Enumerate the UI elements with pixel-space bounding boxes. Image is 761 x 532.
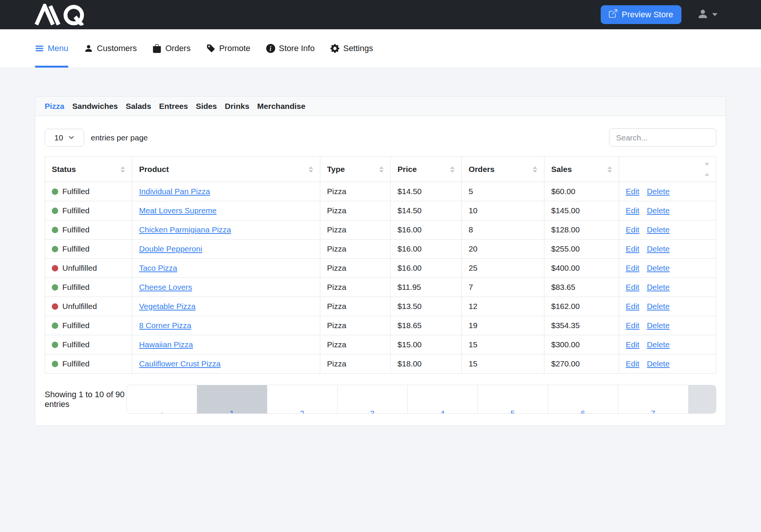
brand-logo[interactable]: [34, 4, 95, 26]
nav-label: Orders: [165, 44, 190, 53]
cell-sales: $400.00: [544, 259, 619, 278]
nav-item-promote[interactable]: Promote: [206, 29, 250, 68]
nav-item-orders[interactable]: Orders: [152, 29, 190, 68]
product-link[interactable]: 8 Corner Pizza: [139, 321, 191, 330]
shopping-bag-icon: [152, 44, 161, 53]
hamburger-icon: [35, 44, 44, 53]
search-input[interactable]: [609, 128, 716, 147]
cell-sales: $300.00: [544, 335, 619, 354]
table-footer: Showing 1 to 10 of 90 entries ‹ 1 2 3 4 …: [45, 385, 716, 414]
table-row: Fulfilled Cauliflower Crust Pizza Pizza …: [45, 354, 716, 374]
main-nav: Menu Customers Orders Promote: [0, 29, 761, 68]
cell-sales: $255.00: [544, 240, 619, 259]
entries-per-page-select[interactable]: 10: [45, 129, 84, 147]
cell-status: Fulfilled: [45, 354, 132, 374]
tab-drinks[interactable]: Drinks: [225, 102, 249, 111]
cell-price: $16.00: [390, 259, 462, 278]
nav-item-store-info[interactable]: Store Info: [266, 29, 315, 68]
cell-price: $14.50: [390, 182, 462, 201]
pagination-page-1[interactable]: 1: [197, 385, 267, 413]
product-link[interactable]: Individual Pan Pizza: [139, 187, 210, 196]
status-label: Fulfilled: [62, 206, 89, 215]
delete-link[interactable]: Delete: [647, 359, 670, 368]
column-header-actions[interactable]: [619, 157, 716, 182]
cell-actions: EditDelete: [619, 354, 716, 374]
edit-link[interactable]: Edit: [626, 187, 639, 196]
delete-link[interactable]: Delete: [647, 244, 670, 253]
delete-link[interactable]: Delete: [647, 206, 670, 215]
product-link[interactable]: Hawaiian Pizza: [139, 340, 193, 349]
nav-item-menu[interactable]: Menu: [35, 29, 68, 68]
edit-link[interactable]: Edit: [626, 225, 639, 234]
entries-per-page-label: entries per page: [91, 133, 148, 142]
product-link[interactable]: Vegetable Pizza: [139, 302, 196, 310]
edit-link[interactable]: Edit: [626, 206, 639, 215]
delete-link[interactable]: Delete: [647, 225, 670, 234]
user-avatar-icon: [697, 8, 708, 21]
column-header-sales[interactable]: Sales: [544, 157, 619, 182]
edit-link[interactable]: Edit: [626, 321, 639, 330]
cell-actions: EditDelete: [619, 297, 716, 316]
cell-product: Meat Lovers Supreme: [132, 201, 320, 220]
status-label: Unfulfilled: [62, 264, 97, 272]
pagination-page-6[interactable]: 6: [548, 385, 618, 413]
table-header-row: Status Product Type Price: [45, 157, 716, 182]
nav-label: Store Info: [279, 44, 315, 53]
edit-link[interactable]: Edit: [626, 302, 639, 310]
column-header-product[interactable]: Product: [132, 157, 320, 182]
status-dot: [52, 342, 58, 348]
column-header-price[interactable]: Price: [390, 157, 462, 182]
pagination-page-3[interactable]: 3: [337, 385, 407, 413]
cell-price: $13.50: [390, 297, 462, 316]
pagination-page-7[interactable]: 7: [618, 385, 688, 413]
product-link[interactable]: Taco Pizza: [139, 264, 177, 272]
cell-orders: 8: [462, 220, 544, 240]
cell-orders: 19: [462, 316, 544, 335]
edit-link[interactable]: Edit: [626, 359, 639, 368]
tab-salads[interactable]: Salads: [126, 102, 151, 111]
delete-link[interactable]: Delete: [647, 321, 670, 330]
cell-price: $16.00: [390, 240, 462, 259]
delete-link[interactable]: Delete: [647, 264, 670, 272]
delete-link[interactable]: Delete: [647, 302, 670, 310]
delete-link[interactable]: Delete: [647, 187, 670, 196]
column-header-status[interactable]: Status: [45, 157, 132, 182]
column-header-type[interactable]: Type: [320, 157, 391, 182]
product-link[interactable]: Cauliflower Crust Pizza: [139, 359, 220, 368]
pagination-page-8[interactable]: 8: [688, 385, 716, 413]
cell-type: Pizza: [320, 297, 391, 316]
edit-link[interactable]: Edit: [626, 244, 639, 253]
cell-orders: 15: [462, 335, 544, 354]
delete-link[interactable]: Delete: [647, 340, 670, 349]
tab-pizza[interactable]: Pizza: [45, 102, 65, 111]
product-link[interactable]: Cheese Lovers: [139, 283, 192, 291]
user-menu[interactable]: [697, 8, 717, 21]
pagination-page-4[interactable]: 4: [407, 385, 478, 413]
product-link[interactable]: Chicken Parmigiana Pizza: [139, 225, 231, 234]
column-header-orders[interactable]: Orders: [462, 157, 544, 182]
table-row: Fulfilled 8 Corner Pizza Pizza $18.65 19…: [45, 316, 716, 335]
pagination-page-5[interactable]: 5: [478, 385, 548, 413]
delete-link[interactable]: Delete: [647, 283, 670, 291]
nav-item-customers[interactable]: Customers: [84, 29, 137, 68]
tab-entrees[interactable]: Entrees: [159, 102, 188, 111]
cell-status: Fulfilled: [45, 220, 132, 240]
cell-product: Hawaiian Pizza: [132, 335, 320, 354]
product-link[interactable]: Meat Lovers Supreme: [139, 206, 217, 215]
pagination-page-2[interactable]: 2: [267, 385, 337, 413]
tab-sides[interactable]: Sides: [196, 102, 217, 111]
status-dot: [52, 188, 58, 195]
product-link[interactable]: Double Pepperoni: [139, 244, 202, 253]
edit-link[interactable]: Edit: [626, 340, 639, 349]
cell-sales: $128.00: [544, 220, 619, 240]
nav-item-settings[interactable]: Settings: [330, 29, 373, 68]
pagination-prev[interactable]: ‹: [127, 385, 197, 413]
tag-icon: [206, 44, 215, 53]
nav-label: Promote: [219, 44, 250, 53]
tab-sandwiches[interactable]: Sandwiches: [72, 102, 118, 111]
edit-link[interactable]: Edit: [626, 283, 639, 291]
tab-merchandise[interactable]: Merchandise: [257, 102, 305, 111]
preview-store-button[interactable]: Preview Store: [601, 5, 681, 24]
status-dot: [52, 265, 58, 271]
edit-link[interactable]: Edit: [626, 264, 639, 272]
